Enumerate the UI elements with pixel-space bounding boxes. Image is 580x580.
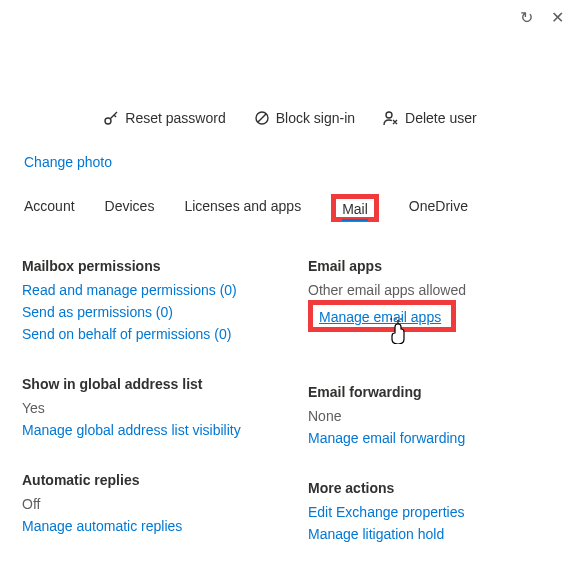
- highlight-mail-tab: Mail: [331, 194, 379, 222]
- edit-exchange-link[interactable]: Edit Exchange properties: [308, 504, 560, 520]
- change-photo-link[interactable]: Change photo: [24, 154, 112, 170]
- block-signin-label: Block sign-in: [276, 110, 355, 126]
- key-icon: [103, 110, 119, 126]
- email-fwd-value: None: [308, 408, 560, 424]
- svg-point-3: [390, 318, 392, 320]
- delete-user-button[interactable]: Delete user: [383, 110, 477, 126]
- svg-point-5: [400, 318, 402, 320]
- email-fwd-heading: Email forwarding: [308, 384, 560, 400]
- tabs-row: Account Devices Licenses and apps Mail O…: [20, 194, 560, 222]
- auto-replies-heading: Automatic replies: [22, 472, 274, 488]
- reset-password-button[interactable]: Reset password: [103, 110, 225, 126]
- manage-email-apps-link[interactable]: Manage email apps: [319, 309, 441, 325]
- manage-auto-replies-link[interactable]: Manage automatic replies: [22, 518, 274, 534]
- mailbox-permissions-heading: Mailbox permissions: [22, 258, 274, 274]
- section-auto-replies: Automatic replies Off Manage automatic r…: [22, 472, 274, 534]
- section-show-gal: Show in global address list Yes Manage g…: [22, 376, 274, 438]
- block-icon: [254, 110, 270, 126]
- more-actions-heading: More actions: [308, 480, 560, 496]
- manage-gal-link[interactable]: Manage global address list visibility: [22, 422, 274, 438]
- email-apps-value: Other email apps allowed: [308, 282, 560, 298]
- refresh-icon[interactable]: ↻: [520, 8, 533, 27]
- cursor-icon: [387, 318, 409, 347]
- reset-password-label: Reset password: [125, 110, 225, 126]
- highlight-manage-email-apps: Manage email apps: [308, 300, 456, 332]
- manage-email-fwd-link[interactable]: Manage email forwarding: [308, 430, 560, 446]
- section-mailbox-permissions: Mailbox permissions Read and manage perm…: [22, 258, 274, 342]
- tab-onedrive[interactable]: OneDrive: [409, 194, 468, 222]
- send-as-permissions-link[interactable]: Send as permissions (0): [22, 304, 274, 320]
- close-icon[interactable]: ✕: [551, 8, 564, 27]
- svg-point-4: [395, 318, 397, 320]
- delete-user-label: Delete user: [405, 110, 477, 126]
- show-gal-heading: Show in global address list: [22, 376, 274, 392]
- tab-devices[interactable]: Devices: [105, 194, 155, 222]
- auto-replies-value: Off: [22, 496, 274, 512]
- section-email-forwarding: Email forwarding None Manage email forwa…: [308, 384, 560, 446]
- read-manage-permissions-link[interactable]: Read and manage permissions (0): [22, 282, 274, 298]
- section-email-apps: Email apps Other email apps allowed Mana…: [308, 258, 560, 332]
- delete-user-icon: [383, 110, 399, 126]
- block-signin-button[interactable]: Block sign-in: [254, 110, 355, 126]
- tab-mail[interactable]: Mail: [342, 197, 368, 221]
- email-apps-heading: Email apps: [308, 258, 560, 274]
- manage-litigation-link[interactable]: Manage litigation hold: [308, 526, 560, 542]
- tab-account[interactable]: Account: [24, 194, 75, 222]
- user-actions-row: Reset password Block sign-in Delete user: [20, 110, 560, 126]
- svg-point-0: [105, 118, 111, 124]
- show-gal-value: Yes: [22, 400, 274, 416]
- svg-point-2: [386, 112, 392, 118]
- section-more-actions: More actions Edit Exchange properties Ma…: [308, 480, 560, 542]
- send-on-behalf-permissions-link[interactable]: Send on behalf of permissions (0): [22, 326, 274, 342]
- tab-licenses[interactable]: Licenses and apps: [184, 194, 301, 222]
